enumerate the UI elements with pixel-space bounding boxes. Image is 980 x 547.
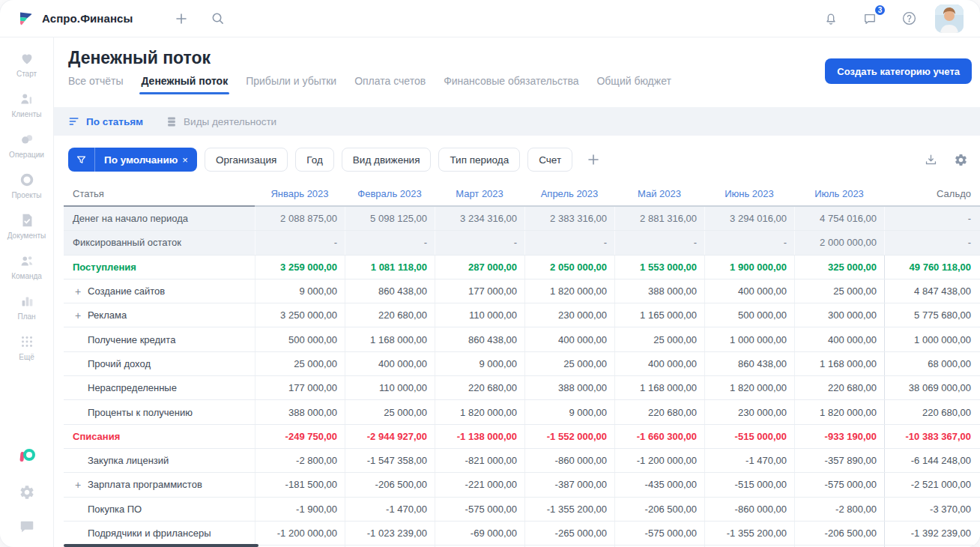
value-cell: 1 820 000,00	[704, 376, 794, 399]
person-chart-icon	[19, 90, 35, 108]
tab-0[interactable]: Все отчёты	[68, 75, 123, 91]
sidebar-item-start[interactable]: Старт	[7, 49, 46, 90]
tab-4[interactable]: Финансовые обязательства	[444, 75, 578, 91]
row-label: Поступления	[64, 256, 255, 279]
sidebar-item-operations[interactable]: Операции	[7, 130, 46, 171]
value-cell: 860 438,00	[435, 327, 524, 351]
sidebar-item-clients[interactable]: Клиенты	[7, 90, 46, 130]
value-cell: 2 088 875,00	[255, 207, 345, 230]
default-filter-chip[interactable]: По умолчанию ×	[68, 148, 197, 172]
value-cell: -1 470,00	[345, 498, 435, 521]
chat-bubble-icon[interactable]	[19, 519, 35, 535]
table-row[interactable]: Поступления3 259 000,001 081 118,00287 0…	[64, 256, 980, 279]
row-label: Списания	[64, 425, 255, 448]
filter-chip-3[interactable]: Тип периода	[438, 148, 520, 172]
column-header-month[interactable]: Май 2023	[614, 182, 704, 207]
plan-icon	[19, 292, 35, 310]
saldo-cell: -10 383 367,00	[884, 425, 980, 448]
view-tab-0[interactable]: По статьям	[68, 115, 143, 127]
saldo-cell: -	[884, 231, 980, 254]
create-category-button[interactable]: Создать категорию учета	[825, 58, 972, 84]
download-icon[interactable]	[923, 152, 938, 167]
column-header-month[interactable]: Март 2023	[435, 182, 524, 207]
bell-icon[interactable]	[821, 9, 841, 28]
value-cell: -1 552 000,00	[524, 425, 614, 448]
value-cell: 400 000,00	[345, 352, 435, 375]
table-row[interactable]: Получение кредита500 000,001 168 000,008…	[64, 327, 980, 351]
chat-icon[interactable]: 3	[860, 9, 880, 28]
sidebar-item-projects[interactable]: Проекты	[7, 171, 46, 211]
column-header-month[interactable]: Февраль 2023	[345, 182, 435, 207]
tab-1[interactable]: Денежный поток	[141, 75, 228, 91]
filter-chip-1[interactable]: Год	[295, 148, 334, 172]
gear-icon[interactable]	[19, 484, 35, 501]
sidebar-item-label: Операции	[9, 151, 44, 159]
sidebar: СтартКлиентыОперацииПроектыДокументыКома…	[0, 37, 54, 547]
value-cell: 3 259 000,00	[255, 256, 345, 279]
value-cell: 1 165 000,00	[614, 303, 704, 327]
value-cell: 860 438,00	[704, 352, 794, 375]
value-cell: 325 000,00	[794, 256, 884, 279]
tab-3[interactable]: Оплата счетов	[354, 75, 426, 91]
sidebar-item-more[interactable]: Ещё	[7, 333, 46, 373]
sidebar-item-label: План	[17, 312, 35, 321]
column-header-month[interactable]: Июль 2023	[794, 182, 884, 207]
filter-chip-2[interactable]: Вид движения	[342, 148, 432, 172]
tab-2[interactable]: Прибыли и убытки	[246, 75, 336, 91]
column-header-month[interactable]: Январь 2023	[255, 182, 345, 207]
filter-chip-0[interactable]: Организация	[205, 148, 288, 172]
column-header-month[interactable]: Июнь 2023	[704, 182, 794, 207]
table-row[interactable]: Проценты к получению388 000,0025 000,001…	[64, 400, 980, 424]
filter-chip-4[interactable]: Счет	[527, 148, 572, 172]
column-header-month[interactable]: Апрель 2023	[524, 182, 614, 207]
value-cell: -515 000,00	[704, 425, 794, 448]
avatar[interactable]	[935, 4, 964, 33]
value-cell: 5 098 125,00	[345, 207, 435, 230]
table-row[interactable]: Покупка ПО-1 900,00-1 470,00-575 000,00-…	[64, 498, 980, 522]
table-row[interactable]: Прочий доход25 000,00400 000,009 000,002…	[64, 352, 980, 376]
sidebar-item-plan[interactable]: План	[7, 292, 46, 333]
sidebar-item-documents[interactable]: Документы	[7, 211, 46, 252]
value-cell: -	[704, 231, 794, 254]
value-cell: 1 820 000,00	[435, 400, 524, 423]
app-body: СтартКлиентыОперацииПроектыДокументыКома…	[0, 37, 980, 547]
add-icon[interactable]	[172, 9, 191, 28]
table-row[interactable]: Денег на начало периода2 088 875,005 098…	[64, 207, 980, 231]
main-content: Денежный поток Создать категорию учета В…	[54, 37, 980, 547]
horizontal-scrollbar[interactable]	[64, 544, 258, 547]
table-row[interactable]: Подрядчики и фрилансеры-1 200 000,00-1 0…	[64, 522, 980, 546]
expand-icon[interactable]: +	[73, 286, 83, 297]
value-cell: -	[435, 231, 524, 254]
value-cell: 3 250 000,00	[255, 303, 345, 327]
help-icon[interactable]	[899, 9, 919, 28]
aspro-brand-icon[interactable]	[17, 447, 37, 466]
value-cell: 230 000,00	[524, 303, 614, 327]
table-row[interactable]: +Создание сайтов9 000,00860 438,00177 00…	[64, 279, 980, 303]
table-row[interactable]: Нераспределенные177 000,00110 000,00220 …	[64, 376, 980, 400]
table-row[interactable]: Закупка лицензий-2 800,00-1 547 358,00-8…	[64, 449, 980, 473]
table-row[interactable]: Списания-249 750,00-2 944 927,00-1 138 0…	[64, 425, 980, 449]
add-filter-icon[interactable]	[581, 151, 605, 168]
expand-icon[interactable]: +	[73, 310, 83, 321]
value-cell: -265 000,00	[524, 522, 614, 545]
table-row[interactable]: +Реклама3 250 000,00220 680,00110 000,00…	[64, 303, 980, 327]
remove-filter-icon[interactable]: ×	[182, 154, 197, 166]
settings-icon[interactable]	[953, 152, 968, 167]
search-icon[interactable]	[208, 9, 227, 28]
sidebar-footer	[17, 447, 37, 547]
table-row[interactable]: Фиксированный остаток------2 000 000,00-	[64, 231, 980, 255]
value-cell: -1 900,00	[255, 498, 345, 521]
value-cell: -515 000,00	[704, 473, 794, 496]
table-row[interactable]: +Зарплата программистов-181 500,00-206 5…	[64, 473, 980, 497]
value-cell: 2 050 000,00	[524, 256, 614, 279]
tab-5[interactable]: Общий бюджет	[596, 75, 671, 91]
expand-icon[interactable]: +	[73, 480, 83, 490]
brand[interactable]: Аспро.Финансы	[16, 10, 133, 28]
value-cell: 110 000,00	[435, 303, 524, 327]
view-tab-1[interactable]: Виды деятельности	[166, 115, 276, 127]
value-cell: -1 470,00	[704, 449, 794, 472]
row-label: Денег на начало периода	[64, 207, 255, 230]
sidebar-item-team[interactable]: Команда	[7, 252, 46, 292]
value-cell: 1 900 000,00	[704, 256, 794, 279]
value-cell: -860 000,00	[524, 449, 614, 472]
